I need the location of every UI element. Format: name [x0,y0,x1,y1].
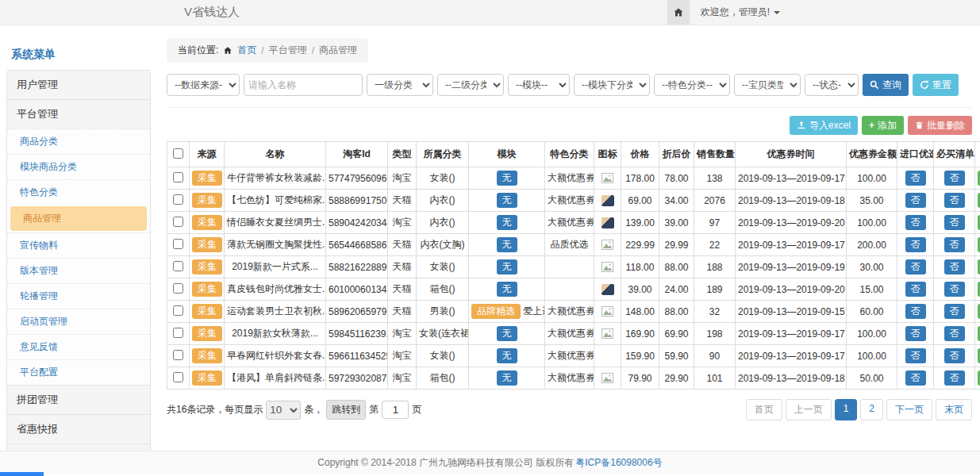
feature-category: 大额优惠券 [545,212,594,234]
sidebar-item[interactable]: 意见反馈 [7,334,150,359]
category2-select[interactable]: --二级分类-- [437,74,504,96]
add-button-label: 添加 [878,119,897,132]
row-checkbox[interactable] [173,239,183,249]
col-module: 模块 [469,142,545,167]
sidebar-item[interactable]: 宣传物料 [7,232,150,258]
name-search-input[interactable] [244,74,363,96]
row-checkbox[interactable] [173,261,183,271]
coupon-time: 2019-09-13—2019-09-17 [736,323,847,345]
row-checkbox[interactable] [173,328,183,338]
price: 229.99 [621,234,659,256]
must-buy-badge: 否 [944,304,965,318]
pager-button[interactable]: 上一页 [786,399,832,420]
jump-page-input[interactable] [382,401,409,419]
price: 69.00 [621,190,659,212]
pager-button[interactable]: 末页 [936,399,972,420]
status-select[interactable]: --状态-- [805,74,859,96]
product-name: 早春网红针织外套女春... [225,345,326,367]
row-checkbox[interactable] [173,283,183,294]
sidebar-item[interactable]: 用户管理 [7,71,150,99]
module-cell: 无 [469,345,545,367]
product-name: 2019新款一片式系... [225,256,326,278]
product-name: 2019新款女秋薄款... [225,323,326,345]
sidebar-item[interactable]: 平台管理 [7,99,150,129]
row-checkbox[interactable] [173,217,183,227]
search-button[interactable]: 查询 [863,74,909,96]
row-checkbox[interactable] [173,194,183,205]
module-select[interactable]: --模块-- [508,74,570,96]
product-category: 箱包() [417,367,469,390]
sales-count: 90 [694,345,736,367]
user-menu[interactable]: 欢迎您，管理员! [690,0,791,25]
coupon-amount: 30.00 [847,256,897,278]
search-button-label: 查询 [882,79,901,92]
feature-category: 大额优惠券 [545,345,594,367]
jump-button[interactable]: 跳转到 [326,400,366,420]
search-icon [870,80,879,90]
table-row: 采集 运动套装男士卫衣初秋... 589620659791 天猫 男装() 品牌… [167,301,980,323]
product-category: 箱包() [417,278,469,301]
imported-badge: 否 [905,282,926,296]
sidebar-item[interactable]: 商品分类 [7,129,150,154]
sidebar-title: 系统菜单 [6,38,151,70]
pager-button[interactable]: 下一页 [886,399,932,420]
home-button[interactable] [667,0,690,25]
divider [167,107,972,108]
module-badge: 无 [497,326,517,340]
sidebar-item[interactable]: 消息管理 [7,443,150,451]
coupon-time: 2019-09-13—2019-09-18 [736,367,847,390]
module-cell: 品牌精选爱上运动 [469,301,545,323]
must-buy-badge: 否 [944,215,965,229]
taoke-id: 598451162391 [326,323,388,345]
module-cell: 无 [469,367,545,390]
discount-price: 39.00 [659,212,694,234]
must-buy-badge: 否 [944,237,965,251]
import-excel-button[interactable]: 导入excel [790,116,858,135]
sidebar-item[interactable]: 商品管理 [10,206,147,231]
sidebar-item[interactable]: 模块商品分类 [7,154,150,179]
col-discount-price: 折后价 [659,142,694,167]
breadcrumb: 当前位置: 首页 / 平台管理 / 商品管理 [167,38,368,63]
sidebar-item[interactable]: 启动页管理 [7,309,150,334]
sidebar-item[interactable]: 轮播管理 [7,283,150,309]
must-buy-badge: 否 [944,193,965,207]
sidebar-item[interactable]: 特色分类 [7,179,150,205]
chevron-down-icon [774,11,780,14]
row-checkbox[interactable] [173,305,183,316]
product-type: 天猫 [388,190,417,212]
sidebar-item[interactable]: 拼团管理 [7,385,150,414]
row-checkbox[interactable] [173,172,183,182]
plus-icon: + [869,120,874,131]
product-type: 淘宝 [388,323,417,345]
broken-image-icon [597,306,618,317]
per-page-select[interactable]: 10 [266,401,301,420]
sidebar-item[interactable]: 省惠快报 [7,414,150,443]
source-badge: 采集 [192,193,222,207]
breadcrumb-home-link[interactable]: 首页 [237,44,256,57]
data-source-select[interactable]: --数据来源-- [167,74,240,96]
select-all-checkbox[interactable] [173,148,183,159]
pager-button[interactable]: 1 [835,399,858,420]
category1-select[interactable]: 一级分类 [367,74,433,96]
reset-button[interactable]: 重置 [913,74,959,96]
icp-link[interactable]: 粤ICP备16098006号 [575,456,662,470]
item-type-select[interactable]: --宝贝类型-- [734,74,801,96]
product-icon-cell [594,167,621,190]
row-checkbox[interactable] [173,372,183,382]
feature-category [545,278,594,301]
feature-category-select[interactable]: --特色分类-- [654,74,730,96]
batch-delete-button[interactable]: 批量删除 [908,116,972,135]
module-cell: 无 [469,212,545,234]
add-button[interactable]: + 添加 [862,116,904,135]
pager-button[interactable]: 2 [860,399,883,420]
sidebar-item[interactable]: 版本管理 [7,258,150,283]
module-sub-select[interactable]: --模块下分类-- [574,74,650,96]
navbar-right-pad [791,0,980,25]
feature-category: 大额优惠券 [545,190,594,212]
row-checkbox[interactable] [173,350,183,360]
source-badge: 采集 [192,348,222,363]
sidebar-item[interactable]: 平台配置 [7,359,150,385]
pager-button[interactable]: 首页 [746,399,782,420]
taoke-id: 588216228899 [326,256,388,278]
taoke-id: 588869917501 [326,190,388,212]
